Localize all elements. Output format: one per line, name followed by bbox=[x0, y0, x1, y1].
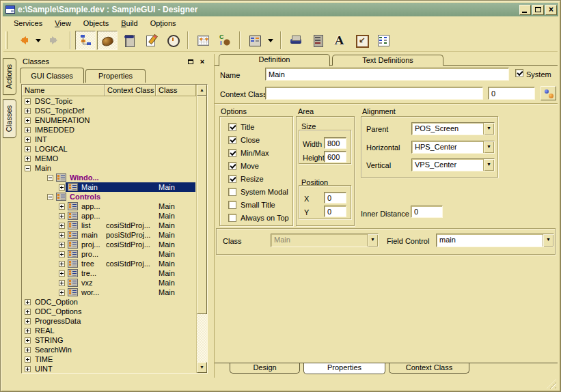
collapse-toggle[interactable] bbox=[25, 165, 31, 171]
expand-toggle[interactable] bbox=[25, 347, 31, 353]
toolbar-drag-handle[interactable] bbox=[5, 31, 8, 49]
expand-toggle[interactable] bbox=[59, 270, 65, 277]
tab-properties[interactable]: Properties bbox=[303, 363, 385, 374]
checkbox[interactable] bbox=[228, 136, 236, 144]
field-control-select[interactable]: main ▼ bbox=[436, 234, 554, 247]
tree-row[interactable]: Windo... bbox=[22, 173, 196, 182]
option-move[interactable]: Move bbox=[228, 161, 292, 171]
tree-row[interactable]: mainposiStdProj...Main bbox=[22, 230, 196, 240]
expand-toggle[interactable] bbox=[25, 299, 31, 305]
scroll-up-button[interactable]: ▲ bbox=[197, 85, 207, 96]
tree-row[interactable]: ODC_Options bbox=[22, 307, 196, 316]
collapse-toggle[interactable] bbox=[47, 175, 53, 181]
name-input[interactable] bbox=[265, 68, 509, 81]
checkbox[interactable] bbox=[228, 162, 236, 170]
tree-row[interactable]: REAL bbox=[22, 326, 196, 335]
tree-row[interactable]: SearchWin bbox=[22, 345, 196, 354]
expand-toggle[interactable] bbox=[25, 98, 31, 104]
bean-button[interactable] bbox=[97, 31, 118, 50]
vertical-select[interactable]: VPS_Center▼ bbox=[411, 158, 495, 171]
tree-row[interactable]: Main bbox=[22, 163, 196, 173]
option-resize[interactable]: Resize bbox=[228, 174, 292, 184]
expand-toggle[interactable] bbox=[25, 127, 31, 133]
expand-toggle[interactable] bbox=[25, 356, 31, 363]
expand-toggle[interactable] bbox=[59, 261, 65, 267]
inner-distance-input[interactable] bbox=[411, 206, 443, 218]
context-class-input[interactable] bbox=[265, 87, 483, 100]
tree-row[interactable]: tre...Main bbox=[22, 268, 196, 278]
tab-gui-classes[interactable]: GUI Classes bbox=[20, 68, 84, 83]
expand-toggle[interactable] bbox=[59, 232, 65, 238]
menu-services[interactable]: Services bbox=[8, 18, 49, 29]
title-bar[interactable]: e:\Sample\Sample.dev : SampleGUI - Desig… bbox=[3, 3, 558, 16]
expand-toggle[interactable] bbox=[25, 156, 31, 162]
forward-arrow-button[interactable] bbox=[45, 31, 66, 50]
expand-toggle[interactable] bbox=[59, 290, 65, 296]
column-header-context-class[interactable]: Context Class bbox=[105, 85, 156, 96]
checkbox[interactable] bbox=[228, 214, 236, 222]
tree-row[interactable]: proj...cosiStdProj...Main bbox=[22, 240, 196, 249]
checkbox[interactable] bbox=[228, 175, 236, 183]
tree-row[interactable]: LOGICAL bbox=[22, 144, 196, 154]
context-class-picker-button[interactable] bbox=[541, 86, 556, 100]
parent-select[interactable]: POS_Screen▼ bbox=[411, 122, 495, 135]
scroll-thumb[interactable] bbox=[197, 96, 207, 314]
tree-row[interactable]: INT bbox=[22, 135, 196, 144]
y-input[interactable] bbox=[324, 206, 346, 217]
tree-row[interactable]: listcosiStdProj...Main bbox=[22, 221, 196, 230]
scroll-down-button[interactable]: ▼ bbox=[197, 362, 207, 373]
tree-row[interactable]: ODC_Option bbox=[22, 297, 196, 307]
panel-arrow-button[interactable] bbox=[351, 31, 372, 50]
caret-down-button[interactable] bbox=[266, 31, 276, 50]
option-small-title[interactable]: Small Title bbox=[228, 200, 292, 210]
tree-row[interactable]: ENUMERATION bbox=[22, 115, 196, 125]
form-window-button[interactable] bbox=[245, 31, 265, 50]
expand-toggle[interactable] bbox=[59, 204, 65, 210]
tree-row[interactable]: ProgressData bbox=[22, 316, 196, 326]
tab-design[interactable]: Design bbox=[230, 363, 300, 374]
code-item-button[interactable] bbox=[215, 31, 235, 50]
tree-row[interactable]: treecosiStdProj...Main bbox=[22, 259, 196, 268]
menu-objects[interactable]: Objects bbox=[77, 18, 115, 29]
option-system-modal[interactable]: System Modal bbox=[228, 187, 292, 197]
menu-options[interactable]: Options bbox=[144, 18, 182, 29]
expand-toggle[interactable] bbox=[25, 108, 31, 114]
tree-row[interactable]: DSC_Topic bbox=[22, 96, 196, 106]
collapse-toggle[interactable] bbox=[47, 194, 53, 200]
context-class-count-input[interactable] bbox=[488, 87, 535, 100]
expand-toggle[interactable] bbox=[25, 366, 31, 372]
chevron-down-icon[interactable]: ▼ bbox=[483, 141, 494, 153]
system-checkbox[interactable] bbox=[515, 69, 523, 77]
device-button[interactable] bbox=[307, 31, 328, 50]
column-header-class[interactable]: Class bbox=[156, 85, 196, 96]
tree-scrollbar[interactable]: ▲ ▼ bbox=[196, 85, 207, 373]
caret-down-button[interactable] bbox=[34, 31, 44, 50]
x-input[interactable] bbox=[324, 192, 346, 204]
checkbox[interactable] bbox=[228, 201, 236, 209]
chevron-down-icon[interactable]: ▼ bbox=[483, 159, 494, 171]
import-grid-button[interactable] bbox=[193, 31, 213, 50]
form-list-button[interactable] bbox=[373, 31, 394, 50]
expand-toggle[interactable] bbox=[25, 318, 31, 324]
tree-row[interactable]: pro...Main bbox=[22, 249, 196, 259]
resize-grip[interactable] bbox=[547, 379, 556, 389]
scroll-track[interactable] bbox=[197, 96, 207, 362]
option-min-max[interactable]: Min/Max bbox=[228, 148, 292, 158]
tree-row[interactable]: wor...Main bbox=[22, 288, 196, 297]
expand-toggle[interactable] bbox=[59, 280, 65, 286]
checkbox[interactable] bbox=[228, 123, 236, 131]
tab-properties[interactable]: Properties bbox=[85, 69, 146, 83]
tree-row[interactable]: app...Main bbox=[22, 211, 196, 221]
chevron-down-icon[interactable]: ▼ bbox=[483, 123, 494, 135]
dock-tab-classes[interactable]: Classes bbox=[3, 99, 16, 138]
back-arrow-button[interactable] bbox=[12, 31, 33, 50]
panel-float-button[interactable] bbox=[186, 57, 195, 66]
expand-toggle[interactable] bbox=[25, 328, 31, 334]
horizontal-select[interactable]: HPS_Center▼ bbox=[411, 141, 495, 154]
tree-row[interactable]: app...Main bbox=[22, 201, 196, 211]
panel-close-button[interactable]: × bbox=[197, 57, 207, 66]
tree-row[interactable]: MainMain bbox=[22, 182, 196, 192]
expand-toggle[interactable] bbox=[25, 309, 31, 315]
expand-toggle[interactable] bbox=[59, 251, 65, 257]
address-book-button[interactable] bbox=[119, 31, 139, 50]
